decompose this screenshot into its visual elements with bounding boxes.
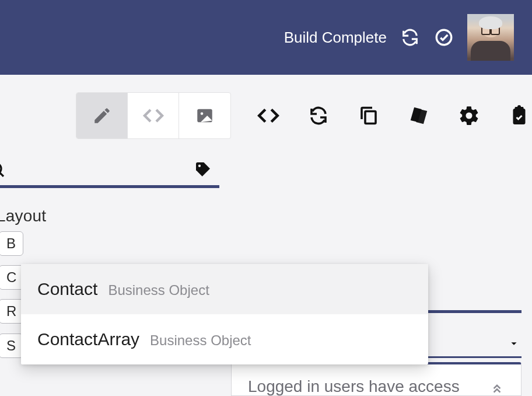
- gear-icon[interactable]: [456, 103, 482, 128]
- user-avatar[interactable]: [467, 14, 514, 61]
- collapse-icon[interactable]: [489, 380, 505, 395]
- image-mode-button[interactable]: [179, 93, 230, 138]
- autocomplete-dropdown: Contact Business Object ContactArray Bus…: [21, 264, 428, 364]
- copy-icon[interactable]: [356, 103, 382, 128]
- chip-b[interactable]: B: [0, 231, 23, 256]
- chip-s[interactable]: S: [0, 334, 23, 358]
- suggestion-type: Business Object: [150, 332, 251, 349]
- clipboard-check-icon[interactable]: [506, 103, 532, 128]
- style-cards-icon[interactable]: [406, 103, 432, 128]
- view-mode-group: [76, 92, 231, 139]
- suggestion-contactarray[interactable]: ContactArray Business Object: [21, 314, 428, 364]
- app-header: Build Complete: [0, 0, 532, 75]
- left-panel-header: [0, 157, 219, 188]
- suggestion-title: Contact: [37, 279, 97, 299]
- refresh-icon[interactable]: [400, 27, 421, 48]
- code-mode-button[interactable]: [128, 93, 179, 138]
- suggestion-contact[interactable]: Contact Business Object: [21, 264, 428, 314]
- code-icon[interactable]: [256, 103, 281, 128]
- check-circle-icon[interactable]: [433, 27, 454, 48]
- layout-section-label: Layout: [0, 188, 219, 231]
- toolbar: [0, 75, 532, 157]
- svg-rect-4: [513, 109, 526, 124]
- build-status-text: Build Complete: [284, 29, 387, 47]
- access-text: Logged in users have access: [248, 377, 460, 396]
- search-icon[interactable]: [0, 158, 6, 181]
- tag-icon[interactable]: [191, 158, 215, 181]
- dropdown-caret-icon[interactable]: [508, 337, 520, 350]
- suggestion-title: ContactArray: [37, 329, 139, 349]
- svg-point-2: [201, 112, 204, 115]
- sync-icon[interactable]: [306, 103, 331, 128]
- svg-rect-3: [365, 112, 376, 124]
- edit-mode-button[interactable]: [76, 93, 128, 138]
- access-panel: Logged in users have access: [231, 362, 522, 396]
- svg-point-6: [198, 164, 201, 166]
- suggestion-type: Business Object: [108, 282, 209, 298]
